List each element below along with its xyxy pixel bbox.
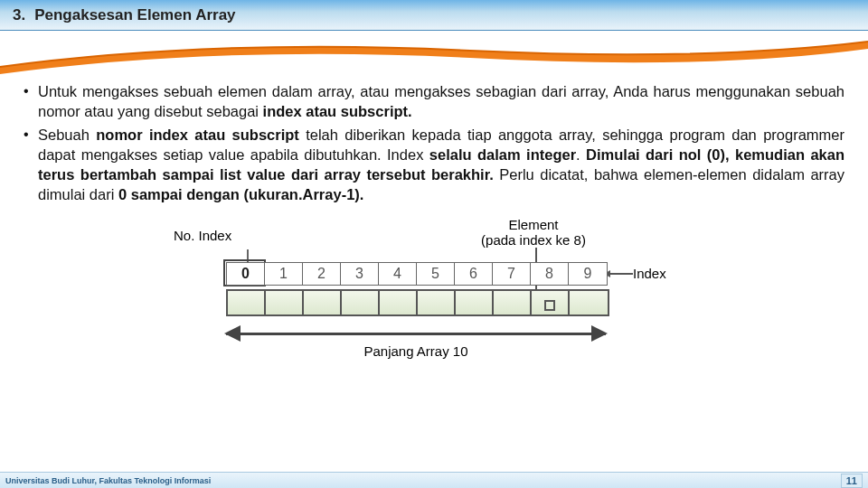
- pointer-index-line: [606, 273, 633, 275]
- label-no-index: No. Index: [174, 228, 231, 243]
- body-content: • Untuk mengakses sebuah elemen dalam ar…: [0, 76, 868, 385]
- text-bold: 0 sampai dengan (ukuran.Array-1).: [118, 186, 363, 202]
- array-cell: [380, 291, 418, 314]
- array-cell: [304, 291, 342, 314]
- array-cell: [228, 291, 266, 314]
- text-bold: nomor index atau subscript: [96, 127, 299, 143]
- label-element-line1: Element: [508, 217, 558, 232]
- array-cell: [342, 291, 380, 314]
- length-line: [226, 333, 606, 335]
- slide: 3. Pengaksesan Elemen Array • Untuk meng…: [0, 0, 868, 488]
- index-cell-8: 8: [531, 263, 569, 285]
- array-cell: [494, 291, 532, 314]
- array-cell: [418, 291, 456, 314]
- bullet-1: • Untuk mengakses sebuah elemen dalam ar…: [24, 81, 844, 121]
- index-row: 0 1 2 3 4 5 6 7 8 9: [226, 262, 608, 286]
- bullet-2-text: Sebuah nomor index atau subscript telah …: [38, 125, 844, 204]
- label-element-line2: (pada index ke 8): [481, 232, 586, 248]
- footer: Universitas Budi Luhur, Fakultas Teknolo…: [0, 472, 868, 488]
- index-cell-6: 6: [455, 263, 493, 285]
- text-bold: index atau subscript.: [263, 103, 412, 119]
- index-cell-7: 7: [493, 263, 531, 285]
- length-label: Panjang Array 10: [226, 343, 606, 359]
- index-cell-1: 1: [265, 263, 303, 285]
- index-cell-0: 0: [227, 263, 265, 285]
- array-diagram: No. Index Element (pada index ke 8) Inde…: [181, 222, 687, 385]
- index-cell-2: 2: [303, 263, 341, 285]
- bullet-dot: •: [24, 125, 38, 204]
- array-cell: [570, 291, 608, 314]
- title-bar: 3. Pengaksesan Elemen Array: [0, 0, 868, 31]
- index-cell-9: 9: [569, 263, 607, 285]
- array-cell: [266, 291, 304, 314]
- bullet-dot: •: [24, 81, 38, 121]
- arrowhead-right-icon: [591, 325, 608, 342]
- bullet-2: • Sebuah nomor index atau subscript tela…: [24, 125, 844, 204]
- text-span: Sebuah: [38, 127, 96, 143]
- title-number: 3.: [13, 6, 25, 24]
- bullet-1-text: Untuk mengakses sebuah elemen dalam arra…: [38, 81, 844, 121]
- array-row: [226, 289, 609, 316]
- title-text: Pengaksesan Elemen Array: [34, 6, 235, 24]
- index-cell-3: 3: [341, 263, 379, 285]
- array-cell-8: [532, 291, 570, 314]
- element-marker: [544, 300, 555, 311]
- text-bold: selalu dalam integer: [429, 146, 576, 163]
- label-element: Element (pada index ke 8): [470, 217, 597, 248]
- array-cell: [456, 291, 494, 314]
- index-cell-5: 5: [417, 263, 455, 285]
- label-index: Index: [633, 266, 666, 281]
- decorative-swoosh: [0, 31, 868, 76]
- footer-text: Universitas Budi Luhur, Fakultas Teknolo…: [5, 476, 211, 485]
- page-number: 11: [841, 474, 863, 488]
- text-span: .: [576, 146, 586, 163]
- arrowhead-left-icon: [224, 325, 241, 342]
- index-cell-4: 4: [379, 263, 417, 285]
- length-arrow: [226, 324, 606, 345]
- text-span: Untuk mengakses sebuah elemen dalam arra…: [38, 83, 844, 119]
